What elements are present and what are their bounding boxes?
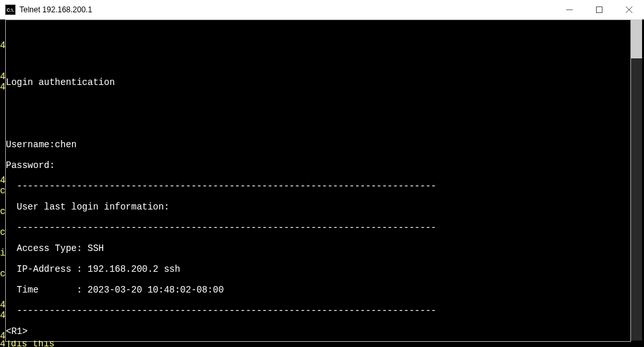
terminal-line: IP-Address : 192.168.200.2 ssh	[6, 264, 630, 274]
terminal-line: Access Type: SSH	[6, 243, 630, 254]
window-titlebar: C:\. Telnet 192.168.200.1	[0, 0, 644, 19]
terminal-line: User last login information:	[6, 202, 630, 212]
minimize-icon	[566, 6, 573, 13]
cmd-icon: C:\.	[5, 5, 16, 15]
terminal-line: Login authentication	[6, 77, 630, 88]
maximize-button[interactable]	[584, 0, 614, 19]
terminal-content: Login authentication Username:chen Passw…	[6, 20, 630, 347]
window-title: Telnet 192.168.200.1	[19, 5, 92, 14]
left-gutter: 4 4 4 4 c c c i c 4 4 4	[0, 19, 5, 347]
terminal-line	[6, 56, 630, 67]
terminal-area: Login authentication Username:chen Passw…	[0, 19, 644, 347]
terminal-line: Password:	[6, 160, 630, 171]
minimize-button[interactable]	[555, 0, 584, 19]
terminal-line: ----------------------------------------…	[6, 305, 630, 316]
terminal-line	[6, 98, 630, 108]
terminal-line: Time : 2023-03-20 10:48:02-08:00	[6, 285, 630, 295]
terminal-line	[6, 36, 630, 46]
terminal-line: ----------------------------------------…	[6, 222, 630, 233]
window-controls	[555, 0, 644, 19]
bottom-gutter: 4]dis this	[0, 341, 65, 347]
vertical-scrollbar[interactable]	[631, 19, 642, 341]
terminal-prompt[interactable]: <R1>	[6, 326, 630, 337]
terminal-line: Username:chen	[6, 139, 630, 150]
svg-rect-1	[597, 7, 602, 13]
terminal-frame[interactable]: Login authentication Username:chen Passw…	[5, 19, 631, 342]
terminal-line	[6, 119, 630, 129]
maximize-icon	[596, 6, 602, 13]
terminal-line: ----------------------------------------…	[6, 181, 630, 191]
cmd-icon-text: C:\.	[6, 8, 14, 12]
close-button[interactable]	[614, 0, 644, 19]
close-icon	[626, 6, 632, 13]
scroll-thumb[interactable]	[631, 19, 642, 58]
